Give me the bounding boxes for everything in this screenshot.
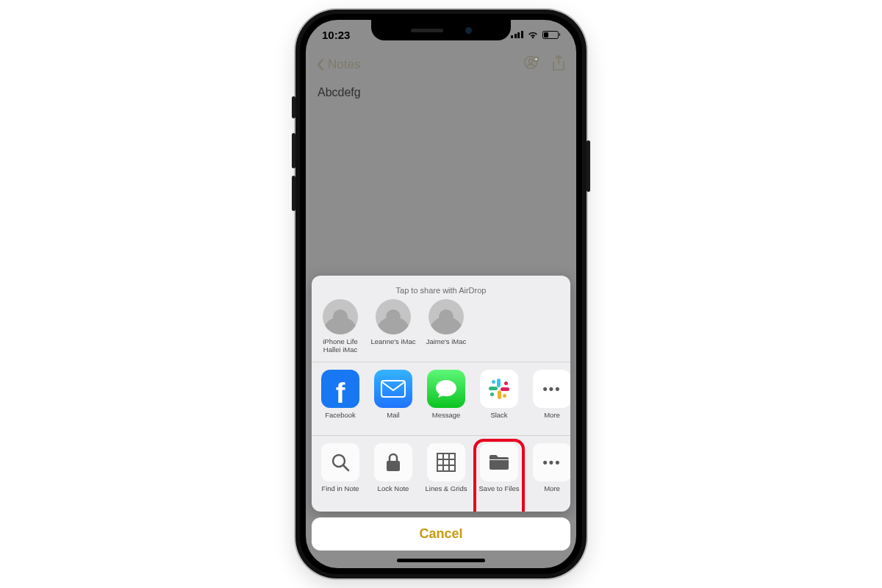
battery-icon (542, 31, 561, 39)
airdrop-contact-label: iPhone Life Hallei iMac (317, 338, 364, 354)
share-app-more[interactable]: ••• More (531, 370, 570, 428)
svg-rect-13 (387, 461, 400, 471)
share-app-slack[interactable]: Slack (478, 370, 520, 428)
action-lines-grids[interactable]: Lines & Grids (425, 443, 467, 501)
svg-rect-7 (501, 387, 509, 391)
folder-icon (480, 443, 518, 481)
share-app-label: Message (423, 412, 470, 428)
action-label: More (528, 485, 570, 501)
note-body-text: Abcdefg (306, 80, 576, 105)
mail-icon (374, 370, 412, 408)
svg-rect-6 (498, 390, 501, 399)
lock-icon (374, 443, 412, 481)
front-camera-icon (465, 27, 472, 34)
share-apps-section: f Facebook Mail (312, 362, 570, 436)
avatar-icon (376, 299, 411, 334)
share-app-label: More (528, 412, 570, 428)
action-label: Save to Files (476, 485, 523, 501)
add-collaborator-icon[interactable] (523, 55, 539, 74)
svg-rect-5 (489, 387, 498, 390)
facebook-icon: f (321, 370, 359, 408)
action-lock-note[interactable]: Lock Note (372, 443, 415, 501)
airdrop-header: Tap to share with AirDrop (318, 283, 564, 299)
action-save-to-files[interactable]: Save to Files (478, 443, 520, 501)
iphone-frame: 10:23 Notes (295, 10, 587, 578)
signal-icon (511, 31, 523, 38)
share-app-message[interactable]: Message (425, 370, 467, 428)
share-app-mail[interactable]: Mail (372, 370, 415, 428)
airdrop-contact[interactable]: iPhone Life Hallei iMac (319, 299, 362, 354)
volume-down-button (292, 176, 295, 211)
slack-icon (480, 370, 518, 408)
back-label: Notes (328, 57, 360, 72)
grid-icon (427, 443, 465, 481)
share-icon[interactable] (551, 55, 566, 74)
svg-point-10 (503, 394, 506, 398)
share-app-label: Slack (476, 412, 523, 428)
airdrop-contact[interactable]: Jaime's iMac (425, 299, 467, 354)
status-time: 10:23 (322, 29, 350, 41)
svg-rect-4 (497, 379, 501, 387)
action-find-in-note[interactable]: Find in Note (319, 443, 362, 501)
more-icon: ••• (533, 443, 570, 481)
airdrop-contact-label: Jaime's iMac (423, 338, 470, 354)
share-app-label: Mail (370, 412, 417, 428)
avatar-icon (429, 299, 464, 334)
back-button[interactable]: Notes (316, 57, 360, 72)
chevron-left-icon (316, 58, 325, 71)
svg-point-8 (492, 380, 495, 384)
airdrop-contact-label: Leanne's iMac (370, 338, 417, 354)
action-more[interactable]: ••• More (531, 443, 570, 501)
search-icon (321, 443, 359, 481)
speaker-grille (411, 29, 443, 32)
mute-switch (292, 96, 295, 118)
svg-point-11 (490, 392, 494, 396)
more-icon: ••• (533, 370, 570, 408)
airdrop-contact[interactable]: Leanne's iMac (372, 299, 415, 354)
svg-point-1 (528, 60, 533, 64)
avatar-icon (323, 299, 358, 334)
action-label: Lines & Grids (423, 485, 470, 501)
volume-up-button (292, 133, 295, 168)
cancel-button[interactable]: Cancel (312, 517, 570, 551)
action-label: Lock Note (370, 485, 417, 501)
share-app-facebook[interactable]: f Facebook (319, 370, 362, 428)
home-indicator[interactable] (397, 559, 485, 562)
share-sheet: Tap to share with AirDrop iPhone Life Ha… (306, 276, 576, 568)
share-app-label: Facebook (317, 412, 364, 428)
svg-point-9 (504, 381, 508, 385)
notch (371, 20, 511, 40)
wifi-icon (527, 30, 539, 39)
action-label: Find in Note (317, 485, 364, 501)
power-button (587, 140, 590, 192)
svg-rect-3 (381, 381, 405, 397)
airdrop-section: Tap to share with AirDrop iPhone Life Ha… (312, 276, 570, 362)
message-icon (427, 370, 465, 408)
screen: 10:23 Notes (306, 20, 576, 568)
share-actions-section: Find in Note Lock Note (312, 436, 570, 512)
